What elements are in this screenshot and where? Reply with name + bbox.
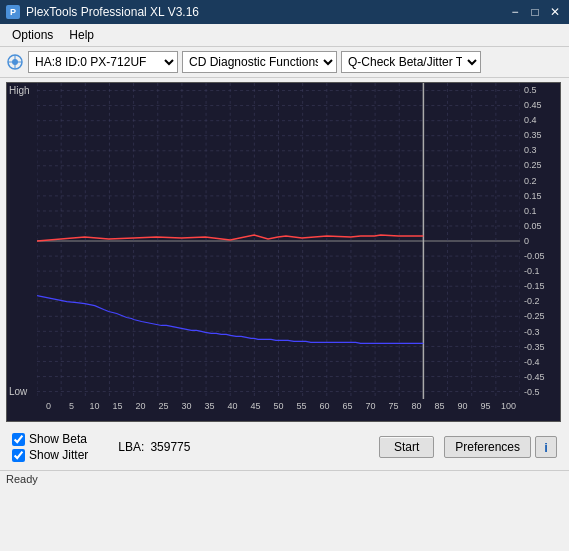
- show-jitter-label: Show Jitter: [29, 448, 88, 462]
- lba-label: LBA:: [118, 440, 144, 454]
- menu-options[interactable]: Options: [4, 26, 61, 44]
- preferences-section: Preferences i: [444, 436, 557, 458]
- preferences-button[interactable]: Preferences: [444, 436, 531, 458]
- checkboxes: Show Beta Show Jitter: [12, 432, 88, 462]
- high-label: High: [9, 85, 30, 96]
- low-label: Low: [9, 386, 27, 397]
- menu-bar: Options Help: [0, 24, 569, 47]
- status-bar: Ready: [0, 470, 569, 487]
- menu-help[interactable]: Help: [61, 26, 102, 44]
- main-content: High Low 0.5 0.45 0.4 0.35 0.3 0.25 0.2 …: [0, 78, 569, 470]
- status-text: Ready: [6, 473, 38, 485]
- lba-section: LBA: 359775: [118, 440, 190, 454]
- function-select[interactable]: CD Diagnostic Functions: [182, 51, 337, 73]
- show-jitter-checkbox[interactable]: [12, 449, 25, 462]
- start-button[interactable]: Start: [379, 436, 434, 458]
- show-beta-label: Show Beta: [29, 432, 87, 446]
- title-bar-controls: − □ ✕: [507, 4, 563, 20]
- maximize-button[interactable]: □: [527, 4, 543, 20]
- title-bar-left: P PlexTools Professional XL V3.16: [6, 5, 199, 19]
- show-beta-row: Show Beta: [12, 432, 88, 446]
- chart-container: High Low 0.5 0.45 0.4 0.35 0.3 0.25 0.2 …: [6, 82, 561, 422]
- app-icon: P: [6, 5, 20, 19]
- info-icon: i: [544, 440, 548, 455]
- app-title: PlexTools Professional XL V3.16: [26, 5, 199, 19]
- lba-value: 359775: [150, 440, 190, 454]
- bottom-panel: Show Beta Show Jitter LBA: 359775 Start …: [6, 428, 563, 466]
- toolbar: HA:8 ID:0 PX-712UF CD Diagnostic Functio…: [0, 47, 569, 78]
- show-jitter-row: Show Jitter: [12, 448, 88, 462]
- chart-svg: [37, 83, 520, 399]
- x-axis: 0 5 10 15 20 25 30 35 40 45 50 55 60 65 …: [37, 399, 520, 421]
- info-button[interactable]: i: [535, 436, 557, 458]
- minimize-button[interactable]: −: [507, 4, 523, 20]
- show-beta-checkbox[interactable]: [12, 433, 25, 446]
- test-select[interactable]: Q-Check Beta/Jitter Test: [341, 51, 481, 73]
- title-bar: P PlexTools Professional XL V3.16 − □ ✕: [0, 0, 569, 24]
- drive-select[interactable]: HA:8 ID:0 PX-712UF: [28, 51, 178, 73]
- close-button[interactable]: ✕: [547, 4, 563, 20]
- drive-icon: [6, 53, 24, 71]
- y-axis-right: 0.5 0.45 0.4 0.35 0.3 0.25 0.2 0.15 0.1 …: [520, 83, 560, 399]
